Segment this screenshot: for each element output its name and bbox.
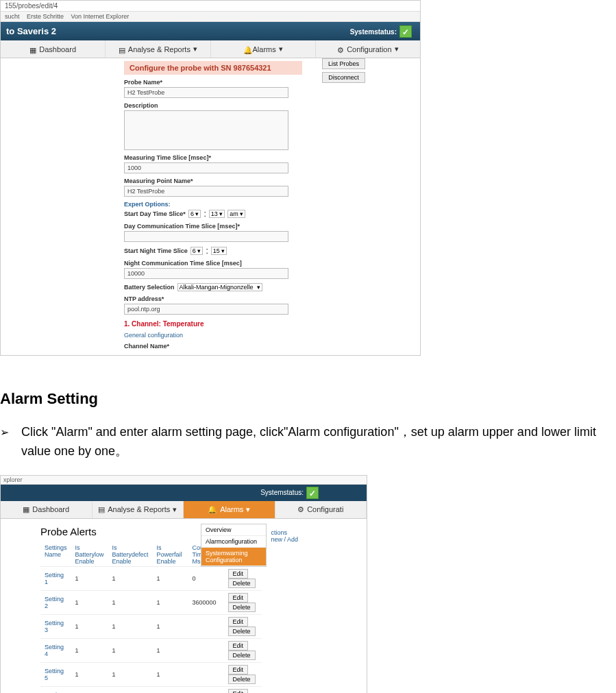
nav-alarms[interactable]: 🔔Alarms▾ [211,40,316,58]
row-batterydefect: 1 [108,686,153,693]
nav-analyse[interactable]: ▤Analyse & Reports▾ [106,40,210,58]
battery-label: Battery Selection [124,284,175,291]
delete-button[interactable]: Delete [228,674,256,684]
row-name[interactable]: Setting 2 [40,590,71,614]
nav-dashboard[interactable]: ▦Dashboard [1,501,93,518]
sdts-min-select[interactable]: 13 ▾ [209,210,225,218]
row-powerfail: 1 [153,662,188,686]
probe-form: List Probes Disconnect Configure the pro… [1,58,420,355]
gear-icon: ⚙ [337,46,344,53]
col-batterydefect[interactable]: Is Batterydefect Enable [108,543,153,567]
table-row: Setting 4111EditDelete [40,638,262,662]
nav-dashboard[interactable]: ▦Dashboard [1,40,106,58]
row-name[interactable]: Setting 5 [40,662,71,686]
snts-hour-select[interactable]: 6 ▾ [190,247,204,255]
dropdown-alarmconfig[interactable]: Alarmconfiguration [201,536,266,548]
dcts-input[interactable] [124,231,288,242]
edit-button[interactable]: Edit [228,593,249,603]
row-powerfail: 1 [153,638,188,662]
delete-button[interactable]: Delete [228,627,256,636]
probe-name-input[interactable] [124,87,288,98]
ncts-input[interactable] [124,268,288,279]
sdts-label: Start Day Time Slice* [124,210,186,217]
mpn-input[interactable] [124,186,288,197]
row-actions: EditDelete [224,566,262,590]
ncts-label: Night Communication Time Slice [msec] [124,260,420,267]
nav-config[interactable]: ⚙Configurati [275,501,367,518]
edit-button[interactable]: Edit [228,689,249,693]
nav-config[interactable]: ⚙Configuration▾ [316,40,420,58]
edit-button[interactable]: Edit [228,665,249,674]
ntp-input[interactable] [124,304,288,315]
row-name[interactable]: Setting 6 [40,686,71,693]
expert-options-link[interactable]: Expert Options: [124,201,420,208]
row-name[interactable]: Setting 3 [40,614,71,638]
mpn-label: Measuring Point Name* [124,178,420,184]
mts-label: Measuring Time Slice [msec]* [124,154,420,161]
col-powerfail[interactable]: Is Powerfail Enable [153,543,188,567]
instruction-text: Click "Alarm" and enter alarm setting pa… [21,423,616,461]
chevron-down-icon: ▾ [395,45,399,53]
sdts-hour-select[interactable]: 6 ▾ [188,210,201,218]
table-row: Setting 5111EditDelete [40,662,262,686]
mts-input[interactable] [124,162,288,173]
edit-button[interactable]: Edit [228,641,249,651]
row-commtimeout [188,614,224,638]
row-name[interactable]: Setting 4 [40,638,71,662]
edit-button[interactable]: Edit [228,569,249,579]
brand: to Saveris 2 [6,26,56,36]
ntp-label: NTP address* [124,295,420,302]
nav-label: Dashboard [32,505,69,513]
row-actions: EditDelete [224,590,262,614]
snts-min-select[interactable]: 15 ▾ [211,247,227,255]
table-row: Setting 11110EditDelete [40,566,262,590]
general-config-link[interactable]: General configuration [124,332,420,339]
nav-label: Configurati [307,505,343,513]
row-batterydefect: 1 [108,638,153,662]
nav-alarms[interactable]: 🔔Alarms▾ [184,501,275,518]
channel-name-label: Channel Name* [124,343,420,350]
app-header: Systemstatus: ✓ [1,485,367,501]
nav-analyse[interactable]: ▤Analyse & Reports▾ [93,501,184,518]
nav-label: Alarms [220,505,243,513]
description-input[interactable] [124,110,288,150]
row-actions: EditDelete [224,686,262,693]
row-batterydefect: 1 [108,614,153,638]
row-name[interactable]: Setting 1 [40,566,71,590]
delete-button[interactable]: Delete [228,603,256,612]
row-batterylow: 1 [71,590,108,614]
bookmark[interactable]: Erste Schritte [27,13,64,20]
bookmarks-bar: sucht Erste Schritte Von Internet Explor… [1,12,420,22]
col-name[interactable]: Settings Name [40,543,71,567]
row-powerfail: 1 [153,590,188,614]
row-actions: EditDelete [224,662,262,686]
row-powerfail: 1 [153,686,188,693]
disconnect-button[interactable]: Disconnect [322,72,365,83]
app-header: to Saveris 2 Systemstatus: ✓ [1,22,420,40]
list-probes-button[interactable]: List Probes [322,58,365,69]
bookmark[interactable]: Von Internet Explorer [71,13,130,20]
row-actions: EditDelete [224,638,262,662]
row-batterydefect: 1 [108,566,153,590]
bookmark[interactable]: sucht [5,13,20,20]
table-row: Setting 3111EditDelete [40,614,262,638]
delete-button[interactable]: Delete [228,579,256,588]
systemstatus-label: Systemstatus: [350,28,397,36]
snts-label: Start Night Time Slice [124,247,188,254]
dropdown-overview[interactable]: Overview [201,524,266,536]
row-commtimeout: 3600000 [188,590,224,614]
chevron-down-icon: ▾ [279,45,283,53]
battery-select[interactable]: Alkali-Mangan-Mignonzelle ▾ [177,283,262,291]
form-header: Configure the probe with SN 987654321 [124,61,302,75]
new-add-link[interactable]: new / Add [271,536,298,543]
dropdown-systemwarning[interactable]: Systemwarning Configuration [201,548,266,566]
bullet-arrow-icon: ➢ [0,423,9,461]
sdts-ampm-select[interactable]: am ▾ [227,210,245,218]
edit-button[interactable]: Edit [228,617,249,627]
row-batterydefect: 1 [108,662,153,686]
alarms-dropdown: Overview Alarmconfiguration Systemwarnin… [201,524,267,567]
delete-button[interactable]: Delete [228,651,256,660]
systemstatus-label: Systemstatus: [260,489,304,496]
col-batterylow[interactable]: Is Batterylow Enable [71,543,108,567]
nav-label: Dashboard [39,45,76,53]
